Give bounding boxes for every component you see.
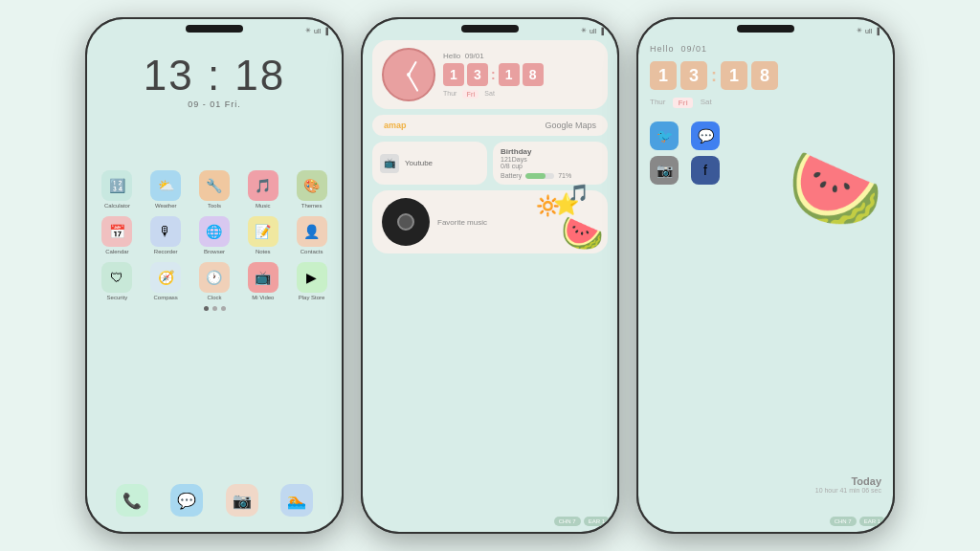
p3-ear-badge: EAR 1: [859, 517, 885, 526]
phone-notch: [186, 25, 243, 33]
p3-corner-badges: CHN 7 EAR 1: [830, 517, 885, 526]
clock-widget: Hello 09/01 1 3 : 1 8 Thur Fri Sat: [372, 40, 608, 109]
p3-flip-d2: 3: [680, 61, 707, 90]
phone1-content: 13 : 18 09 - 01 Fri. 🔢 Calculator ⛅ Weat…: [87, 36, 342, 532]
p3-flip-clock: 1 3 : 1 8: [650, 61, 881, 90]
app-contacts[interactable]: 👤 Contacts: [291, 216, 332, 254]
youtube-icon: 📺: [380, 154, 399, 173]
vinyl-record: [382, 198, 430, 246]
birthday-title: Birthday: [501, 147, 600, 156]
app-security[interactable]: 🛡 Security: [97, 262, 138, 300]
app-recorder[interactable]: 🎙 Recorder: [145, 216, 187, 254]
dock-phone[interactable]: 📞: [116, 484, 148, 517]
clock-right-panel: Hello 09/01 1 3 : 1 8 Thur Fri Sat: [443, 52, 598, 99]
phone-notch-2: [461, 25, 519, 33]
flip-sep: :: [491, 63, 496, 86]
phone2-content: Hello 09/01 1 3 : 1 8 Thur Fri Sat: [363, 36, 617, 532]
dot-2: [212, 306, 217, 311]
p3-hello-date: Hello 09/01: [650, 44, 881, 54]
cup-label: 0/8 cup: [501, 163, 600, 169]
phone-1: ✳ ull ▐ 13 : 18 09 - 01 Fri. 🔢 Calculato…: [85, 17, 344, 534]
p3-day-row: Thur Fri Sat: [650, 98, 881, 108]
today-section: Today 10 hour 41 min 06 sec: [815, 475, 881, 494]
app-calculator[interactable]: 🔢 Calculator: [97, 170, 138, 209]
app-weather[interactable]: ⛅ Weather: [145, 170, 187, 209]
phone3-content: Hello 09/01 1 3 : 1 8 Thur Fri Sat 🐦 💬: [638, 36, 893, 532]
corner-badges: CHN 7 EAR 1: [554, 517, 610, 526]
messenger-icon[interactable]: 💬: [691, 121, 720, 150]
status-icons-1: ✳ ull ▐: [305, 27, 328, 34]
app-mivideo[interactable]: 📺 Mi Video: [242, 262, 283, 300]
phone-3: ✳ ull ▐ Hello 09/01 1 3 : 1 8 Thur: [636, 17, 895, 534]
app-notes[interactable]: 📝 Notes: [242, 216, 283, 254]
battery-pct: 71%: [558, 172, 571, 179]
p3-flip-d1: 1: [650, 61, 677, 90]
p3-flip-d3: 1: [721, 61, 747, 90]
p3-flip-sep: :: [711, 66, 717, 86]
dock-apps[interactable]: 🏊: [280, 484, 313, 517]
watermelon-decoration: 🍉: [788, 143, 883, 233]
google-maps-label: Google Maps: [545, 121, 596, 130]
maps-widget[interactable]: amap Google Maps: [372, 115, 608, 136]
dock-camera[interactable]: 📷: [226, 484, 258, 517]
clock-center: [407, 73, 411, 77]
lock-date-display: 09 - 01 Fri.: [144, 99, 286, 109]
music-widget[interactable]: Favorite music 🎵 🔆 🍉 ⭐: [372, 190, 608, 253]
battery-label: Battery: [501, 172, 522, 179]
analog-clock: [382, 48, 435, 101]
p3-chn-badge: CHN 7: [830, 517, 857, 526]
instagram-icon[interactable]: 📷: [650, 156, 679, 185]
flip-d2: 3: [467, 63, 488, 86]
day-row: Thur Fri Sat: [443, 90, 598, 99]
watermelon-sticker: 🍉: [561, 213, 604, 253]
small-widgets: 📺 Youtube Birthday 121Days 0/8 cup Batte…: [372, 142, 608, 185]
flip-d4: 8: [523, 63, 544, 86]
p3-flip-d4: 8: [751, 61, 778, 90]
flip-d1: 1: [443, 63, 464, 86]
birthday-widget: Birthday 121Days 0/8 cup Battery 71%: [493, 142, 608, 185]
minute-hand: [408, 75, 418, 92]
flip-d3: 1: [499, 63, 520, 86]
lock-time-display: 13 : 18: [144, 52, 286, 99]
chn-badge: CHN 7: [554, 517, 581, 526]
app-tools[interactable]: 🔧 Tools: [194, 170, 235, 209]
social-icons-grid: 🐦 💬 📷 f: [650, 121, 726, 185]
app-calendar[interactable]: 📅 Calendar: [97, 216, 138, 254]
app-themes[interactable]: 🎨 Themes: [291, 170, 332, 209]
app-playstore[interactable]: ▶ Play Store: [291, 262, 332, 300]
amap-label: amap: [384, 121, 407, 130]
app-compass[interactable]: 🧭 Compass: [145, 262, 187, 300]
hello-date: Hello 09/01: [443, 52, 598, 60]
status-icons-2: ✳ ull ▐: [581, 27, 604, 34]
bottom-dock: 📞 💬 📷 🏊: [97, 478, 332, 522]
status-icons-3: ✳ ull ▐: [857, 27, 880, 34]
dot-1: [204, 306, 209, 311]
battery-bar: [525, 173, 554, 179]
birthday-days: 121Days: [501, 156, 600, 163]
app-browser[interactable]: 🌐 Browser: [194, 216, 235, 254]
youtube-widget[interactable]: 📺 Youtube: [372, 142, 487, 185]
star-icon: ⭐: [553, 192, 579, 217]
page-dots: [204, 306, 226, 311]
dot-3: [221, 306, 226, 311]
phone-2: ✳ ull ▐ Hello 09/01 1: [361, 17, 619, 534]
flip-clock: 1 3 : 1 8: [443, 63, 598, 86]
today-time: 10 hour 41 min 06 sec: [815, 487, 881, 494]
battery-row: Battery 71%: [501, 172, 600, 179]
dock-messages[interactable]: 💬: [170, 484, 203, 517]
today-label: Today: [815, 475, 881, 487]
phone-notch-3: [737, 25, 794, 33]
app-clock[interactable]: 🕐 Clock: [194, 262, 235, 300]
twitter-icon[interactable]: 🐦: [650, 121, 679, 150]
battery-fill: [525, 173, 546, 179]
app-grid-row1: 🔢 Calculator ⛅ Weather 🔧 Tools 🎵 Music 🎨: [97, 170, 332, 300]
ear-badge: EAR 1: [584, 517, 610, 526]
app-music[interactable]: 🎵 Music: [242, 170, 283, 209]
music-label: Favorite music: [437, 218, 487, 227]
lock-screen-time: 13 : 18 09 - 01 Fri.: [144, 52, 286, 109]
facebook-icon[interactable]: f: [691, 156, 720, 185]
youtube-label: Youtube: [405, 159, 433, 167]
